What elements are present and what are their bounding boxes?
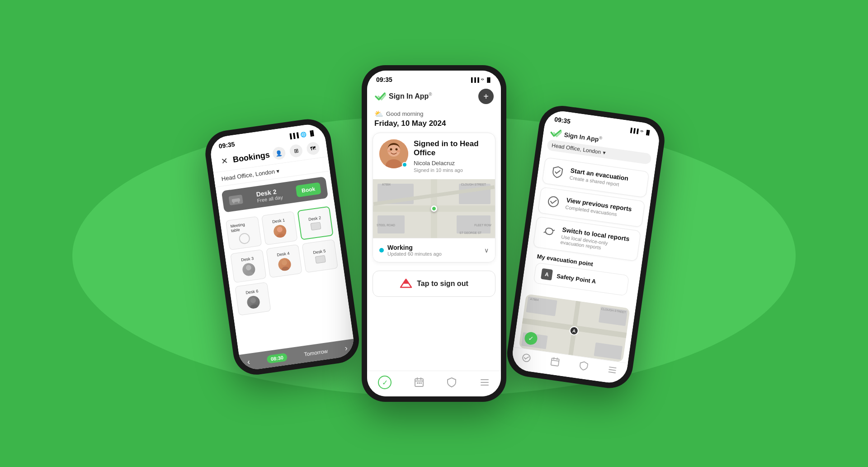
desk-label-6: Desk 6: [245, 289, 259, 295]
svg-point-15: [396, 148, 398, 151]
svg-point-3: [277, 226, 283, 233]
weather-icon: ⛅: [374, 110, 383, 118]
map-label-5: ST GEORGE ST: [459, 231, 481, 234]
signal-icon-r: ▐▐▐: [629, 127, 639, 133]
desk-cell-2[interactable]: Desk 2: [297, 206, 333, 240]
logo-svg: [374, 92, 386, 101]
right-nav-shield[interactable]: [578, 360, 589, 373]
greeting-section: ⛅ Good morning Friday, 10 May 2024: [367, 107, 501, 133]
shield-nav-icon: [446, 377, 457, 388]
meeting-circle-icon: [238, 233, 250, 245]
desk-label-2: Desk 2: [308, 215, 321, 222]
signal-icon-c: ▐▐▐: [470, 77, 479, 82]
status-card[interactable]: Working Updated 60 minutes ago ∨: [373, 238, 495, 262]
svg-line-36: [609, 367, 616, 368]
nav-shield[interactable]: [446, 377, 457, 388]
add-button-center[interactable]: +: [478, 89, 494, 104]
center-app-header: Sign In App® +: [367, 85, 501, 107]
svg-rect-1: [233, 202, 234, 203]
desk-icon-5: [315, 255, 326, 263]
svg-point-14: [390, 148, 392, 151]
status-left: Working Updated 60 minutes ago: [379, 244, 442, 257]
map-icon[interactable]: 🗺: [306, 141, 321, 156]
person-icon[interactable]: 👤: [272, 146, 286, 161]
nav-menu[interactable]: [479, 377, 490, 388]
desk-featured-info: Desk 2 Free all day: [256, 187, 283, 204]
desk-cell-4[interactable]: Desk 4: [266, 244, 302, 278]
svg-rect-32: [551, 358, 559, 366]
close-button[interactable]: ✕: [218, 155, 231, 167]
svg-point-4: [276, 233, 285, 238]
desk-cell-5[interactable]: Desk 5: [302, 239, 338, 273]
desk-label-meeting: Meeting table: [230, 221, 255, 233]
right-nav-menu[interactable]: [607, 364, 618, 377]
tomorrow-label: Tomorrow: [304, 348, 328, 357]
left-arrow[interactable]: ‹: [246, 357, 250, 367]
svg-point-16: [387, 150, 391, 152]
greeting-row: ⛅ Good morning: [374, 110, 494, 118]
status-info: Working Updated 60 minutes ago: [387, 244, 442, 257]
dropdown-arrow-left: ▾: [276, 167, 280, 175]
sign-out-text: Tap to sign out: [417, 280, 468, 288]
shield-icon-evac: [549, 164, 566, 180]
evac-info-start: Start an evacuation Create a shared repo…: [569, 167, 629, 188]
user-avatar-wrap: [379, 139, 408, 168]
nav-checkin[interactable]: ✓: [378, 376, 392, 389]
floor-plan: Meeting table Desk 1: [220, 202, 354, 355]
status-dot: [379, 248, 384, 253]
desk-label-4: Desk 4: [277, 251, 290, 257]
desk-featured-icon: [228, 195, 243, 205]
right-checkin-icon: [521, 352, 532, 363]
center-status-icons: ▐▐▐ ⌔ ▐▌: [470, 77, 492, 82]
svg-line-35: [557, 358, 557, 360]
signed-in-time: Signed in 10 mins ago: [414, 167, 489, 173]
svg-point-5: [245, 264, 252, 271]
grid-icon[interactable]: ⊞: [289, 144, 303, 158]
center-bottom-nav: ✓: [367, 371, 501, 396]
signed-in-top: Signed in to Head Office Nicola Delacruz…: [373, 133, 495, 179]
mountain-icon: [400, 277, 412, 290]
desk-label-5: Desk 5: [313, 248, 326, 255]
desk-cell-3[interactable]: Desk 3: [230, 249, 266, 283]
phones-container: 09:35 ▐▐▐ 🌐 ▐▌ ✕ Bookings 👤 ⊞ 🗺: [217, 65, 651, 402]
right-arrow[interactable]: ›: [344, 343, 348, 353]
greeting-text: Good morning: [386, 110, 423, 117]
right-nav-checkin[interactable]: [520, 352, 532, 365]
desk-label-1: Desk 1: [272, 218, 285, 224]
wifi-icon: 🌐: [300, 131, 307, 138]
map-pin-center: [431, 205, 437, 212]
registered-mark-r: ®: [599, 135, 603, 141]
battery-icon-c: ▐▌: [486, 77, 492, 82]
desk-label-3: Desk 3: [241, 256, 254, 262]
app-logo: Sign In App®: [374, 92, 432, 101]
right-nav-calendar[interactable]: [549, 356, 561, 369]
chevron-down-icon: ∨: [484, 247, 489, 254]
desk-cell-6[interactable]: Desk 6: [235, 282, 271, 315]
signal-icon: ▐▐▐: [288, 132, 299, 139]
avatar-desk-6: [246, 295, 261, 309]
desk-cell-meeting[interactable]: Meeting table: [226, 216, 262, 250]
book-button[interactable]: Book: [296, 182, 321, 197]
svg-rect-26: [420, 382, 422, 384]
wifi-icon-r: ⌔: [640, 129, 643, 134]
desk-icon-2: [311, 222, 321, 230]
battery-icon-r: ▐▌: [645, 129, 652, 135]
wifi-icon-c: ⌔: [481, 77, 484, 82]
evac-info-view: View previous reports Completed evacuati…: [565, 196, 632, 219]
app-name-center: Sign In App®: [389, 92, 432, 100]
right-phone: 09:35 ▐▐▐ ⌔ ▐▌ Sign: [504, 103, 667, 391]
sync-icon-evac: [541, 223, 557, 239]
signed-in-card: Signed in to Head Office Nicola Delacruz…: [373, 133, 495, 262]
svg-rect-25: [419, 382, 420, 384]
right-calendar-icon: [549, 356, 561, 367]
status-bar-center: 09:35 ▐▐▐ ⌔ ▐▌: [367, 71, 501, 85]
sign-out-button[interactable]: Tap to sign out: [373, 271, 495, 297]
svg-point-7: [281, 259, 288, 266]
desk-cell-1[interactable]: Desk 1: [261, 211, 297, 245]
nav-calendar[interactable]: [414, 377, 425, 388]
status-time-center: 09:35: [376, 76, 392, 83]
calendar-icon: [414, 377, 425, 388]
signed-in-info: Signed in to Head Office Nicola Delacruz…: [414, 139, 489, 173]
avatar-desk-4: [278, 257, 292, 272]
svg-point-9: [250, 297, 256, 304]
